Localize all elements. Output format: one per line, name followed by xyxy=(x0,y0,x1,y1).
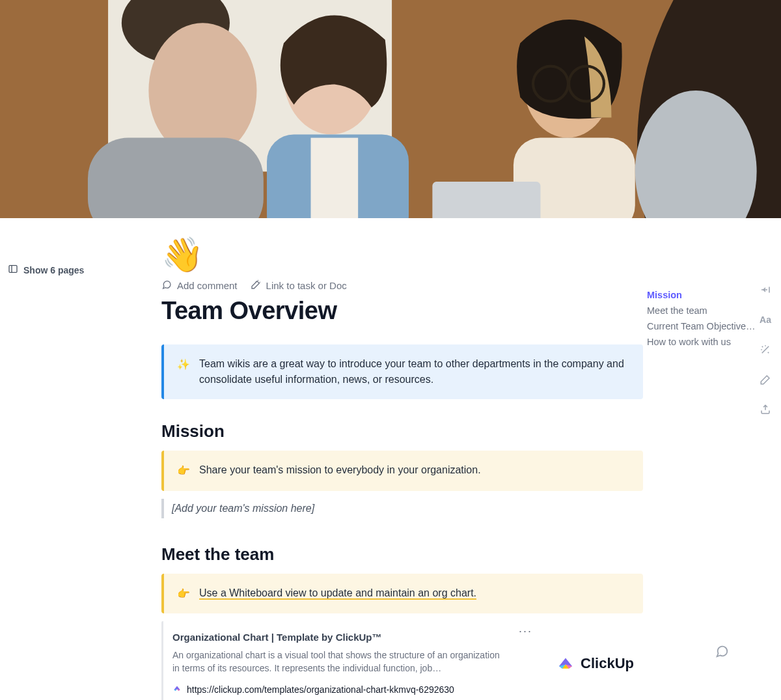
sparkles-icon: ✨ xyxy=(177,356,190,387)
floating-comment-button[interactable] xyxy=(715,644,729,661)
collapse-icon[interactable] xyxy=(759,283,772,296)
export-icon[interactable] xyxy=(759,403,772,416)
sidebar-icon xyxy=(8,264,18,276)
add-comment-label: Add comment xyxy=(177,280,238,291)
mission-callout: 👉 Share your team's mission to everybody… xyxy=(161,451,643,491)
meet-team-heading: Meet the team xyxy=(161,544,643,565)
pointing-icon: 👉 xyxy=(177,585,190,602)
pointing-icon: 👉 xyxy=(177,462,190,479)
mission-placeholder[interactable]: [Add your team's mission here] xyxy=(161,499,643,518)
card-description: An organizational chart is a visual tool… xyxy=(172,649,506,675)
link-card[interactable]: ··· Organizational Chart | Template by C… xyxy=(161,621,643,700)
svg-rect-14 xyxy=(432,182,540,218)
card-url: https://clickup.com/templates/organizati… xyxy=(187,683,454,696)
page-title: Team Overview xyxy=(161,297,643,325)
mission-callout-text: Share your team's mission to everybody i… xyxy=(199,462,481,479)
font-icon[interactable]: Aa xyxy=(759,313,772,326)
card-more-button[interactable]: ··· xyxy=(519,623,532,639)
right-rail: Aa xyxy=(759,218,772,416)
ai-icon[interactable] xyxy=(759,343,772,356)
link-task-button[interactable]: Link to task or Doc xyxy=(251,279,347,292)
meet-team-callout-link[interactable]: Use a Whiteboard view to update and main… xyxy=(199,587,476,600)
svg-rect-16 xyxy=(9,266,17,273)
meet-team-callout: 👉 Use a Whiteboard view to update and ma… xyxy=(161,574,643,614)
show-pages-button[interactable]: Show 6 pages xyxy=(8,264,84,276)
card-brand-name: ClickUp xyxy=(581,653,634,674)
svg-rect-5 xyxy=(88,138,264,218)
show-pages-label: Show 6 pages xyxy=(23,265,84,275)
wand-icon xyxy=(251,279,261,292)
card-brand-logo: ClickUp xyxy=(556,653,634,674)
page-emoji[interactable]: 👋 xyxy=(161,238,643,272)
card-title: Organizational Chart | Template by Click… xyxy=(172,630,506,645)
comment-icon xyxy=(161,279,172,292)
link-task-label: Link to task or Doc xyxy=(266,280,347,291)
magic-icon[interactable] xyxy=(759,373,772,386)
add-comment-button[interactable]: Add comment xyxy=(161,279,238,292)
intro-callout: ✨ Team wikis are a great way to introduc… xyxy=(161,344,643,399)
intro-callout-text: Team wikis are a great way to introduce … xyxy=(199,356,630,387)
clickup-favicon-icon xyxy=(172,683,182,696)
svg-rect-8 xyxy=(311,138,359,218)
mission-heading: Mission xyxy=(161,421,643,441)
cover-image xyxy=(0,0,781,218)
